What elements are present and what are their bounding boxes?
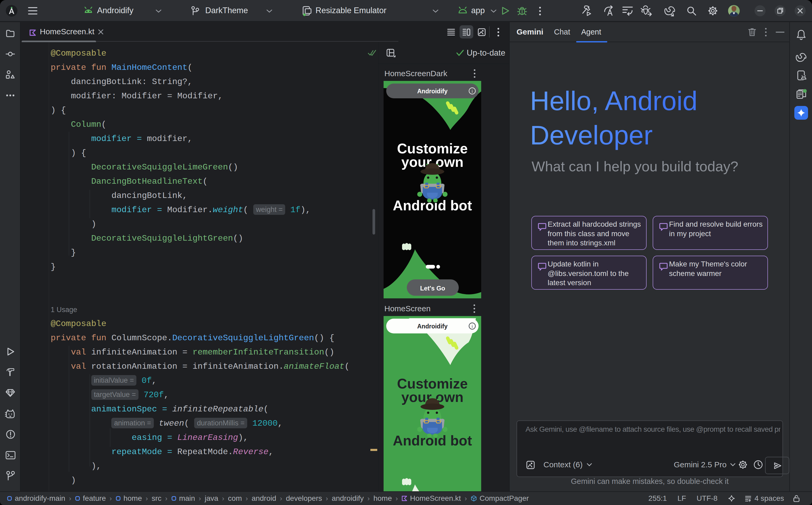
- svg-text:Android bot: Android bot: [393, 433, 472, 448]
- svg-text:i: i: [472, 324, 473, 329]
- svg-text:Android bot: Android bot: [393, 198, 472, 213]
- svg-text:Androidify: Androidify: [417, 88, 448, 95]
- svg-text:Let's Go: Let's Go: [420, 285, 445, 292]
- svg-text:Androidify: Androidify: [417, 323, 448, 330]
- svg-text:i: i: [472, 89, 473, 94]
